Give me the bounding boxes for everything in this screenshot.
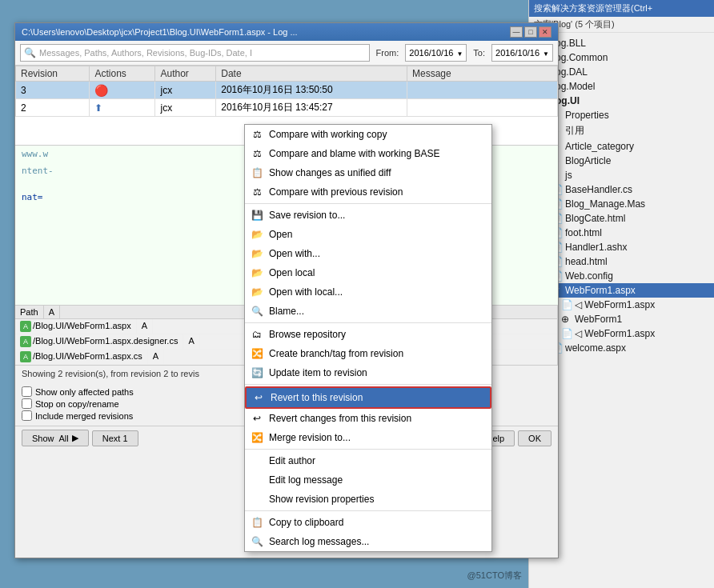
menu-item-browse-repo[interactable]: 🗂 Browse repository bbox=[245, 325, 491, 344]
search-box[interactable]: 🔍 Messages, Paths, Authors, Revisions, B… bbox=[20, 44, 370, 62]
maximize-button[interactable]: □ bbox=[524, 26, 537, 38]
col-date[interactable]: Date bbox=[216, 66, 407, 82]
menu-item-create-branch[interactable]: 🔀 Create branch/tag from revision bbox=[245, 344, 491, 363]
menu-item-edit-log[interactable]: Edit log message bbox=[245, 470, 491, 490]
next-button[interactable]: Next 1 bbox=[92, 430, 138, 446]
menu-label: Compare with working copy bbox=[269, 129, 483, 140]
menu-label: Create branch/tag from revision bbox=[269, 348, 483, 359]
col-author[interactable]: Author bbox=[155, 66, 216, 82]
menu-item-compare-blame[interactable]: ⚖ Compare and blame with working BASE bbox=[245, 144, 491, 163]
branch-icon: 🔀 bbox=[250, 347, 264, 360]
search-placeholder: Messages, Paths, Authors, Revisions, Bug… bbox=[39, 48, 252, 58]
path-col-header[interactable]: Path bbox=[15, 306, 44, 318]
filter-bar: 🔍 Messages, Paths, Authors, Revisions, B… bbox=[15, 41, 558, 66]
menu-item-show-props[interactable]: Show revision properties bbox=[245, 490, 491, 509]
log-table: Revision Actions Author Date Message 3 🔴… bbox=[15, 66, 558, 117]
cell-message bbox=[407, 99, 558, 117]
menu-label: Compare and blame with working BASE bbox=[269, 148, 483, 159]
menu-item-compare-working[interactable]: ⚖ Compare with working copy bbox=[245, 125, 491, 144]
compare-blame-icon: ⚖ bbox=[250, 147, 264, 160]
menu-label: Blame... bbox=[269, 306, 483, 317]
open-icon: 📂 bbox=[250, 228, 264, 241]
menu-item-edit-author[interactable]: Edit author bbox=[245, 451, 491, 470]
left-buttons: Show All ▶ Next 1 bbox=[22, 430, 138, 446]
col-actions[interactable]: Actions bbox=[90, 66, 155, 82]
affected-paths-label: Show only affected paths bbox=[35, 387, 134, 397]
menu-item-show-unified[interactable]: 📋 Show changes as unified diff bbox=[245, 163, 491, 182]
show-all-button[interactable]: Show All ▶ bbox=[22, 430, 89, 446]
merge-icon: 🔀 bbox=[250, 431, 264, 444]
menu-item-revert-to[interactable]: ↩ Revert to this revision bbox=[245, 386, 491, 409]
browse-icon: 🗂 bbox=[250, 328, 264, 341]
include-merged-checkbox[interactable] bbox=[22, 410, 32, 421]
show-label: Show bbox=[32, 434, 54, 443]
menu-item-open-with[interactable]: 📂 Open with... bbox=[245, 244, 491, 263]
path-cell: A/Blog.UI/WebForm1.aspx.designer.cs bbox=[15, 334, 183, 349]
compare-prev-icon: ⚖ bbox=[250, 186, 264, 198]
menu-label: Revert changes from this revision bbox=[269, 413, 483, 424]
cell-revision: 2 bbox=[16, 99, 90, 117]
save-icon: 💾 bbox=[250, 209, 264, 222]
menu-separator bbox=[245, 322, 491, 323]
search-log-icon: 🔍 bbox=[250, 535, 264, 548]
ok-button[interactable]: OK bbox=[518, 430, 552, 446]
col-revision[interactable]: Revision bbox=[16, 66, 90, 82]
close-button[interactable]: ✕ bbox=[539, 26, 552, 38]
dropdown-arrow-icon bbox=[543, 48, 549, 58]
cell-revision: 3 bbox=[16, 82, 90, 99]
affected-paths-checkbox[interactable] bbox=[22, 386, 32, 397]
menu-item-open-local[interactable]: 📂 Open local bbox=[245, 263, 491, 282]
menu-item-open[interactable]: 📂 Open bbox=[245, 225, 491, 244]
menu-label: Edit log message bbox=[269, 474, 483, 486]
from-label: From: bbox=[376, 48, 399, 58]
cell-date: 2016年10月16日 13:50:50 bbox=[216, 82, 407, 99]
action-cell: A bbox=[148, 350, 164, 364]
file-icon: 📄 bbox=[561, 299, 572, 310]
path-status-icon: A bbox=[20, 351, 31, 362]
search-icon: 🔍 bbox=[24, 47, 36, 58]
menu-label: Browse repository bbox=[269, 329, 483, 340]
from-date-dropdown[interactable]: 2016/10/16 bbox=[405, 44, 467, 62]
titlebar-buttons: — □ ✕ bbox=[510, 26, 552, 38]
menu-item-compare-prev[interactable]: ⚖ Compare with previous revision bbox=[245, 182, 491, 202]
menu-item-blame[interactable]: 🔍 Blame... bbox=[245, 302, 491, 321]
menu-label: Show changes as unified diff bbox=[269, 167, 483, 178]
cell-actions: 🔴 bbox=[90, 82, 155, 99]
watermark: @51CTO博客 bbox=[467, 570, 522, 582]
menu-separator bbox=[245, 449, 491, 450]
cell-date: 2016年10月16日 13:45:27 bbox=[216, 99, 407, 117]
edit-author-icon bbox=[250, 454, 264, 467]
menu-separator bbox=[245, 510, 491, 511]
cell-message bbox=[407, 82, 558, 99]
action-col-header[interactable]: A bbox=[44, 306, 60, 318]
minimize-button[interactable]: — bbox=[510, 26, 523, 38]
to-date-dropdown[interactable]: 2016/10/16 bbox=[491, 44, 553, 62]
menu-item-merge-to[interactable]: 🔀 Merge revision to... bbox=[245, 428, 491, 447]
menu-label: Compare with previous revision bbox=[269, 186, 483, 198]
menu-label: Edit author bbox=[269, 455, 483, 466]
menu-label: Open local bbox=[269, 267, 483, 278]
open-with-local-icon: 📂 bbox=[250, 286, 264, 298]
compare-icon: ⚖ bbox=[250, 128, 264, 141]
dropdown-arrow-icon bbox=[456, 48, 463, 58]
include-merged-label: Include merged revisions bbox=[35, 411, 133, 421]
open-local-icon: 📂 bbox=[250, 266, 264, 279]
stop-copy-checkbox[interactable] bbox=[22, 398, 32, 409]
col-message[interactable]: Message bbox=[407, 66, 558, 82]
all-label: All bbox=[59, 434, 69, 443]
path-status-icon: A bbox=[20, 321, 31, 332]
menu-item-update-item[interactable]: 🔄 Update item to revision bbox=[245, 363, 491, 382]
dialog-title: C:\Users\lenovo\Desktop\jcx\Project1\Blo… bbox=[22, 27, 510, 37]
table-row[interactable]: 2 ⬆ jcx 2016年10月16日 13:45:27 bbox=[16, 99, 558, 117]
menu-label: Show revision properties bbox=[269, 494, 483, 505]
menu-item-open-with-local[interactable]: 📂 Open with local... bbox=[245, 282, 491, 302]
menu-item-save[interactable]: 💾 Save revision to... bbox=[245, 206, 491, 225]
show-props-icon bbox=[250, 493, 264, 506]
path-status-icon: A bbox=[20, 336, 31, 347]
menu-item-copy-clipboard[interactable]: 📋 Copy to clipboard bbox=[245, 513, 491, 532]
table-row[interactable]: 3 🔴 jcx 2016年10月16日 13:50:50 bbox=[16, 82, 558, 99]
action-cell: A bbox=[137, 319, 153, 334]
menu-item-revert-from[interactable]: ↩ Revert changes from this revision bbox=[245, 409, 491, 428]
menu-item-search-log[interactable]: 🔍 Search log messages... bbox=[245, 532, 491, 551]
menu-label: Copy to clipboard bbox=[269, 517, 483, 528]
